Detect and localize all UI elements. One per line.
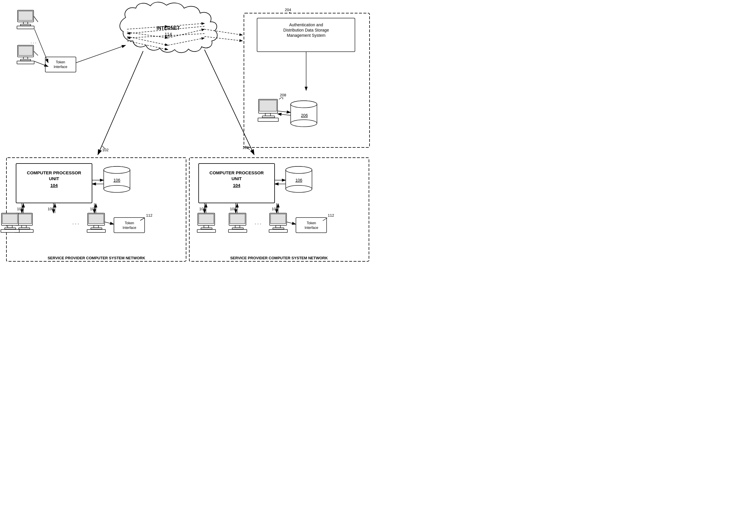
svg-rect-63	[1, 229, 19, 232]
svg-line-18	[76, 45, 125, 63]
token-interface-rb-label1: Token	[307, 221, 316, 225]
svg-rect-62	[5, 228, 16, 229]
token-interface-lb-label1: Token	[125, 221, 134, 225]
svg-rect-90	[235, 226, 240, 228]
svg-rect-14	[20, 59, 31, 61]
svg-rect-12	[18, 46, 33, 56]
svg-point-51	[104, 167, 130, 173]
computer-auth	[258, 99, 278, 121]
svg-rect-7	[18, 11, 33, 20]
svg-rect-9	[20, 24, 31, 26]
svg-rect-85	[204, 226, 208, 228]
svg-rect-84	[199, 214, 214, 224]
dots-left-bottom: . . .	[72, 220, 79, 225]
svg-rect-95	[276, 226, 281, 228]
right-computer-1	[197, 213, 216, 232]
ref-204-label: 204	[285, 8, 291, 12]
service-provider-right-label: SERVICE PROVIDER COMPUTER SYSTEM NETWORK	[230, 256, 328, 260]
token-interface-top-label1: Token	[56, 60, 65, 64]
svg-rect-61	[8, 226, 12, 228]
right-ref-106-label: 106	[295, 178, 302, 182]
svg-line-1	[34, 51, 38, 56]
svg-rect-60	[2, 214, 17, 224]
svg-rect-32	[259, 100, 277, 111]
token-interface-left-bottom	[114, 218, 145, 233]
left-cpu-label2: UNIT	[49, 176, 59, 181]
svg-rect-57	[19, 228, 30, 229]
svg-rect-15	[17, 61, 34, 64]
svg-point-50	[104, 185, 130, 192]
ref-208-label2: 208	[280, 93, 286, 97]
token-interface-right-bottom	[296, 218, 327, 233]
svg-point-38	[291, 120, 317, 127]
ref-108f-label: 108	[272, 207, 278, 211]
ref-108a-label: 108	[17, 207, 23, 211]
svg-rect-97	[269, 229, 287, 232]
svg-line-0	[34, 16, 38, 22]
svg-point-79	[286, 185, 312, 192]
ref-108e-label: 108	[230, 207, 236, 211]
auth-label2: Distribution Data Storage	[284, 28, 329, 32]
ref-102a-label: 102	[102, 148, 109, 152]
token-interface-rb-label2: Interface	[305, 226, 318, 230]
svg-rect-13	[23, 57, 28, 59]
svg-point-80	[286, 167, 312, 173]
token-interface-top-label2: Interface	[54, 65, 68, 69]
svg-rect-33	[265, 113, 271, 116]
left-ref-106-label: 106	[113, 178, 121, 182]
left-computer-3	[87, 213, 105, 232]
svg-point-39	[291, 101, 317, 108]
svg-rect-94	[271, 214, 286, 224]
svg-rect-89	[230, 214, 245, 224]
svg-rect-10	[17, 26, 34, 29]
right-cpu-label1: COMPUTER PROCESSOR	[209, 170, 264, 175]
left-cpu-label1: COMPUTER PROCESSOR	[27, 170, 81, 175]
right-computer-3	[269, 213, 287, 232]
svg-rect-68	[87, 229, 105, 232]
svg-line-44	[98, 51, 143, 155]
diagram-container: INTERNET 114 110 110 . . . 112 202 204 2…	[0, 0, 378, 266]
service-provider-left-label: SERVICE PROVIDER COMPUTER SYSTEM NETWORK	[48, 256, 146, 260]
ref-206-label: 206	[301, 113, 308, 118]
computer-top-left-2	[17, 45, 34, 64]
svg-rect-56	[22, 226, 26, 228]
ref-112c-label: 112	[328, 213, 334, 218]
svg-rect-34	[262, 116, 275, 118]
right-cpu-label2: UNIT	[232, 176, 242, 181]
svg-rect-87	[197, 229, 216, 232]
left-cpu-num: 104	[50, 183, 58, 188]
svg-rect-8	[23, 22, 28, 24]
right-computer-2	[229, 213, 247, 232]
ref-108b-label: 108	[48, 207, 54, 211]
svg-rect-92	[229, 229, 247, 232]
auth-label3: Management System	[287, 33, 325, 38]
svg-rect-66	[94, 226, 98, 228]
token-interface-lb-label2: Interface	[123, 226, 136, 230]
left-computer-2	[1, 213, 19, 232]
svg-rect-67	[91, 228, 102, 229]
svg-rect-96	[273, 228, 284, 229]
computer-top-left-1	[17, 10, 34, 29]
svg-rect-65	[89, 214, 104, 224]
svg-rect-86	[201, 228, 212, 229]
right-cpu-num: 104	[233, 183, 240, 188]
token-interface-top	[45, 57, 76, 72]
svg-rect-55	[16, 214, 32, 224]
svg-rect-91	[232, 228, 243, 229]
dots-left: . . .	[31, 40, 36, 44]
ref-112b-label: 112	[146, 213, 152, 218]
auth-label1: Authentication and	[289, 22, 323, 27]
ref-108c-label: 108	[90, 207, 96, 211]
dots-right-bottom: . . .	[255, 220, 261, 225]
svg-line-16	[35, 29, 48, 63]
svg-rect-35	[258, 118, 278, 121]
